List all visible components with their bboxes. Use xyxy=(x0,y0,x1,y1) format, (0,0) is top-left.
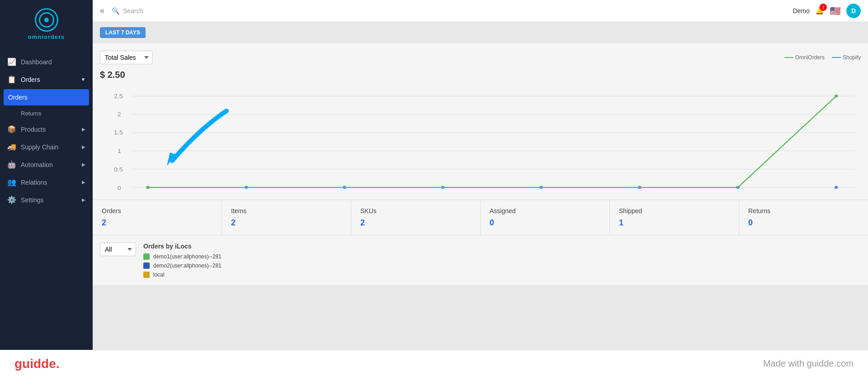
orders-by-ilocs-label: Orders by iLocs xyxy=(143,243,861,250)
logo-inner xyxy=(39,12,54,28)
avatar[interactable]: D xyxy=(846,4,861,18)
svg-text:2024-01-15: 2024-01-15 xyxy=(723,192,753,192)
orders-icon: 📋 xyxy=(7,75,16,84)
logo-dot xyxy=(44,18,49,22)
sidebar-item-relations[interactable]: 👥 Relations ▶ xyxy=(0,173,93,191)
svg-text:2024-01-14: 2024-01-14 xyxy=(625,192,655,192)
chevron-down-icon: ▼ xyxy=(81,77,85,82)
chart-container: 0 0.5 1 1.5 2 2.5 2024-01-09 2024-01-10 … xyxy=(100,84,861,192)
sidebar-item-returns[interactable]: Returns xyxy=(0,106,93,120)
svg-point-27 xyxy=(835,186,838,189)
sidebar-item-automation[interactable]: 🤖 Automation ▶ xyxy=(0,156,93,173)
shopify-line-icon xyxy=(832,57,841,58)
stat-label-shipped: Shipped xyxy=(619,207,730,215)
filter-bar: LAST 7 DAYS xyxy=(93,22,868,43)
stat-value-assigned[interactable]: 0 xyxy=(490,218,600,228)
bottom-section: All Orders by iLocs demo1(user:allphones… xyxy=(93,235,868,285)
settings-icon: ⚙️ xyxy=(7,196,16,204)
sidebar-logo: omniorders xyxy=(0,0,93,48)
orders-sub-label: Orders xyxy=(8,94,28,101)
chevron-right-icon: ▶ xyxy=(82,127,85,132)
stat-value-returns[interactable]: 0 xyxy=(748,218,859,228)
bottom-right: Orders by iLocs demo1(user:allphones)--2… xyxy=(143,243,861,278)
stat-card-returns: Returns 0 xyxy=(739,200,868,235)
legend-color-local xyxy=(143,272,150,278)
legend-color-demo1 xyxy=(143,253,150,260)
sidebar-item-supply-chain[interactable]: 🚚 Supply Chain ▶ xyxy=(0,138,93,156)
period-filter-tag[interactable]: LAST 7 DAYS xyxy=(100,27,146,38)
chart-type-select[interactable]: Total Sales Total Orders Total Items xyxy=(100,51,153,64)
search-icon: 🔍 xyxy=(112,7,119,14)
sidebar-item-orders[interactable]: Orders xyxy=(4,89,89,105)
notification-bell[interactable]: 🔔 1 xyxy=(815,6,824,15)
sidebar-item-label: Supply Chain xyxy=(21,143,58,151)
sidebar-item-label: Orders xyxy=(21,76,40,83)
footer-bar: guidde. Made with guidde.com xyxy=(0,350,868,377)
collapse-icon[interactable]: « xyxy=(100,6,104,15)
chart-section: Total Sales Total Orders Total Items Omn… xyxy=(93,43,868,200)
omniorders-line-icon xyxy=(784,57,793,58)
sidebar-item-orders-parent[interactable]: 📋 Orders ▼ xyxy=(0,71,93,88)
stats-row: Orders 2 Items 2 SKUs 2 Assigned 0 Shipp… xyxy=(93,200,868,235)
sidebar-item-label: Automation xyxy=(21,161,53,168)
stat-label-returns: Returns xyxy=(748,207,859,215)
stat-card-shipped: Shipped 1 xyxy=(610,200,739,235)
bottom-left: All xyxy=(100,243,136,278)
dashboard-icon: 📈 xyxy=(7,57,16,66)
sidebar-item-settings[interactable]: ⚙️ Settings ▶ xyxy=(0,191,93,209)
stat-value-orders[interactable]: 2 xyxy=(102,218,212,228)
legend-shopify-label: Shopify xyxy=(843,54,861,61)
stat-card-assigned: Assigned 0 xyxy=(481,200,610,235)
legend-shopify: Shopify xyxy=(832,54,861,61)
chevron-right-icon: ▶ xyxy=(82,144,85,149)
stat-label-skus: SKUs xyxy=(360,207,471,215)
chart-legend: OmniOrders Shopify xyxy=(784,54,861,61)
stat-value-items[interactable]: 2 xyxy=(231,218,342,228)
stat-label-orders: Orders xyxy=(102,207,212,215)
omniorders-line xyxy=(148,96,836,187)
chevron-right-icon: ▶ xyxy=(82,180,85,185)
sidebar-item-label: Dashboard xyxy=(21,58,52,66)
sales-chart: 0 0.5 1 1.5 2 2.5 2024-01-09 2024-01-10 … xyxy=(100,84,861,192)
legend-item-demo1: demo1(user:allphones)--281 xyxy=(143,253,861,260)
sidebar-nav: 📈 Dashboard 📋 Orders ▼ Orders Returns 📦 … xyxy=(0,48,93,361)
stat-label-assigned: Assigned xyxy=(490,207,600,215)
search-bar[interactable]: 🔍 Search xyxy=(112,7,143,14)
svg-text:2024-01-11: 2024-01-11 xyxy=(330,192,360,192)
svg-text:1: 1 xyxy=(118,148,121,154)
stat-label-items: Items xyxy=(231,207,342,215)
stat-card-items: Items 2 xyxy=(222,200,351,235)
omniorders-dot xyxy=(146,186,150,189)
flag-icon: 🇺🇸 xyxy=(830,5,841,16)
svg-text:2: 2 xyxy=(118,111,121,118)
user-name: Demo xyxy=(793,7,810,14)
svg-text:2024-01-16: 2024-01-16 xyxy=(821,192,852,192)
automation-icon: 🤖 xyxy=(7,160,16,169)
sidebar-item-dashboard[interactable]: 📈 Dashboard xyxy=(0,53,93,71)
legend-color-demo2 xyxy=(143,262,150,269)
logo-icon xyxy=(35,8,58,32)
relations-icon: 👥 xyxy=(7,178,16,186)
stat-value-skus[interactable]: 2 xyxy=(360,218,471,228)
footer-tagline: Made with guidde.com xyxy=(763,358,854,369)
legend-omniorders: OmniOrders xyxy=(784,54,825,61)
search-placeholder: Search xyxy=(123,7,143,14)
ilocs-legend-list: demo1(user:allphones)--281 demo2(user:al… xyxy=(143,253,861,278)
omniorders-end-dot xyxy=(835,95,838,98)
sidebar-item-products[interactable]: 📦 Products ▶ xyxy=(0,120,93,138)
sidebar-item-label: Relations xyxy=(21,179,47,186)
svg-text:2024-01-13: 2024-01-13 xyxy=(526,192,557,192)
stat-card-skus: SKUs 2 xyxy=(351,200,481,235)
chevron-right-icon: ▶ xyxy=(82,162,85,167)
sidebar-item-label: Products xyxy=(21,126,46,133)
sidebar: omniorders 📈 Dashboard 📋 Orders ▼ Orders… xyxy=(0,0,93,377)
sidebar-item-label: Settings xyxy=(21,196,44,204)
main-content: LAST 7 DAYS Total Sales Total Orders Tot… xyxy=(93,22,868,377)
legend-item-local: local xyxy=(143,272,861,278)
svg-text:0.5: 0.5 xyxy=(114,167,123,173)
svg-text:2.5: 2.5 xyxy=(114,93,123,100)
stat-value-shipped[interactable]: 1 xyxy=(619,218,730,228)
topbar-right: Demo 🔔 1 🇺🇸 D xyxy=(793,4,861,18)
legend-item-demo2: demo2(user:allphones)--281 xyxy=(143,262,861,269)
all-filter-select[interactable]: All xyxy=(100,243,136,256)
